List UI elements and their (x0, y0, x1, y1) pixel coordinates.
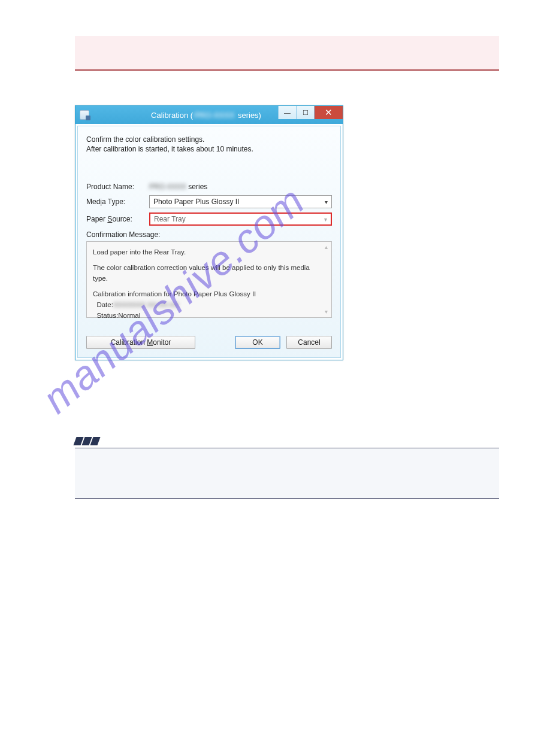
close-button[interactable]: ✕ (314, 106, 343, 119)
title-prefix: Calibration ( (151, 111, 193, 120)
ok-button[interactable]: OK (235, 336, 280, 349)
dialog-icon (80, 110, 89, 120)
media-type-value: Photo Paper Plus Glossy II (153, 198, 239, 206)
chevron-down-icon: ▾ (324, 216, 327, 223)
calibration-dialog: Calibration (PRO-XXXX series) — ☐ ✕ Conf… (75, 105, 343, 360)
paper-source-label: Paper Source: (86, 215, 149, 223)
calibration-monitor-button[interactable]: Calibration Monitor (86, 336, 195, 349)
media-type-select[interactable]: Photo Paper Plus Glossy II ▾ (149, 195, 332, 208)
paper-source-select[interactable]: Rear Tray ▾ (149, 212, 332, 226)
minimize-button[interactable]: — (278, 106, 296, 119)
confirmation-message: ▴ Load paper into the Rear Tray. The col… (86, 241, 332, 318)
cancel-button[interactable]: Cancel (286, 336, 332, 349)
title-blur: PRO-XXXX (193, 111, 235, 120)
msg-line2: The color calibration correction values … (93, 262, 325, 284)
product-name-blur: PRO-XXXX (149, 183, 186, 191)
media-type-label: Media Type: (86, 198, 149, 206)
intro-line1: Confirm the color calibration settings. (86, 135, 332, 144)
product-name-suffix: series (186, 183, 207, 191)
dialog-body: Confirm the color calibration settings. … (77, 126, 341, 358)
maximize-button[interactable]: ☐ (296, 106, 314, 119)
confirmation-label: Confirmation Message: (86, 230, 332, 239)
title-suffix: series) (235, 111, 261, 120)
product-name-value: PRO-XXXX series (149, 183, 332, 191)
chevron-down-icon: ▾ (325, 199, 328, 205)
msg-date: Date:XXXXXXX XX:XX:XX (93, 299, 325, 310)
header-bar (75, 36, 499, 71)
titlebar[interactable]: Calibration (PRO-XXXX series) — ☐ ✕ (75, 106, 343, 124)
intro-text: Confirm the color calibration settings. … (86, 135, 332, 154)
msg-status: Status:Normal (93, 310, 325, 321)
paper-source-value: Rear Tray (154, 215, 186, 223)
msg-line3: Calibration information for Photo Paper … (93, 289, 325, 299)
scroll-down-icon[interactable]: ▾ (322, 308, 330, 316)
note-chevrons-icon (75, 437, 481, 445)
product-name-label: Product Name: (86, 183, 149, 191)
scroll-up-icon[interactable]: ▴ (322, 243, 330, 251)
intro-line2: After calibration is started, it takes a… (86, 144, 332, 154)
msg-line1: Load paper into the Rear Tray. (93, 247, 325, 257)
note-panel (75, 448, 499, 499)
